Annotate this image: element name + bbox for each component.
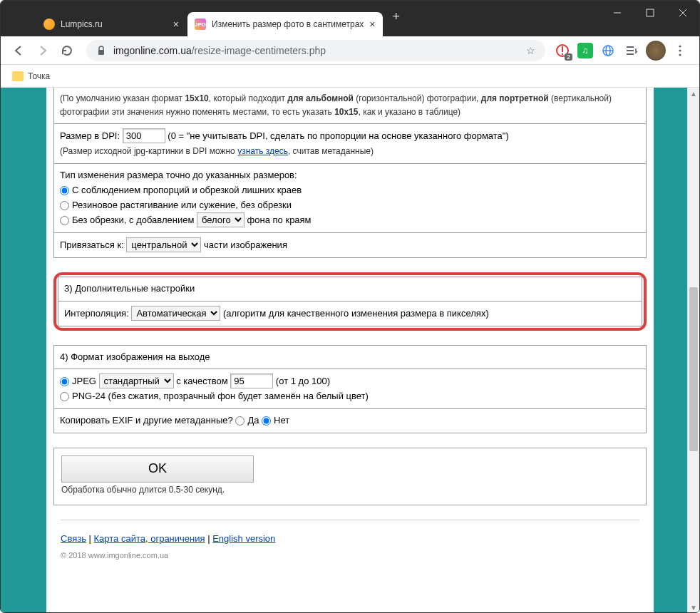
close-icon[interactable]: × (173, 19, 179, 30)
radio-png[interactable] (60, 392, 69, 401)
dpi-hint: (0 = "не учитывать DPI, сделать по пропо… (168, 130, 508, 141)
exif-label: Копировать EXIF и другие метаданные? (60, 415, 235, 426)
radio-crop[interactable] (60, 186, 69, 195)
favicon-imgonline: JPG (195, 19, 206, 30)
section4-title: 4) Формат изображения на выходе (54, 346, 646, 370)
radio-pad[interactable] (60, 216, 69, 225)
dpi-label: Размер в DPI: (60, 130, 123, 141)
reload-button[interactable] (56, 40, 78, 61)
interp-label: Интерполяция: (64, 308, 131, 319)
back-button[interactable] (8, 40, 29, 61)
resize-type-opt3[interactable]: Без обрезки, с добавлением (60, 215, 197, 225)
exif-no[interactable]: Нет (262, 415, 289, 426)
svg-rect-1 (647, 9, 654, 16)
folder-icon (12, 71, 24, 81)
extension-adblock[interactable]: 2 (555, 43, 570, 58)
bookmarks-bar: Точка (1, 65, 699, 88)
anchor-select[interactable]: центральной (126, 237, 201, 252)
scroll-thumb[interactable] (689, 287, 698, 451)
interp-select[interactable]: Автоматическая (131, 306, 220, 321)
page-viewport: (По умолчанию указан формат 15x10, котор… (1, 88, 699, 613)
jpeg-quality-input[interactable] (230, 374, 273, 388)
close-icon[interactable]: × (369, 19, 375, 30)
bookmark-star-icon[interactable]: ☆ (526, 45, 535, 56)
menu-button[interactable] (670, 41, 690, 61)
dpi-input[interactable] (123, 128, 165, 143)
anchor-label: Привязаться к: (60, 239, 126, 250)
sitemap-link[interactable]: Карта сайта, ограничения (94, 533, 205, 544)
section-additional: 3) Дополнительные настройки Интерполяция… (58, 277, 642, 326)
copyright: © 2018 www.imgonline.com.ua (53, 548, 647, 562)
url-text: imgonline.com.ua/resize-image-centimeter… (113, 45, 526, 56)
highlight-frame: 3) Дополнительные настройки Интерполяция… (53, 272, 647, 331)
browser-titlebar: Lumpics.ru × JPG Изменить размер фото в … (1, 1, 699, 36)
interp-row: Интерполяция: Автоматическая (алгоритм д… (58, 302, 642, 326)
profile-avatar[interactable] (646, 41, 666, 61)
resize-type-row: Тип изменения размера точно до указанных… (54, 164, 646, 233)
pad-color-select[interactable]: белого (197, 212, 245, 227)
radio-exif-yes[interactable] (235, 416, 245, 426)
scroll-up-button[interactable]: ▲ (688, 88, 699, 100)
close-window-button[interactable] (666, 1, 699, 25)
tab-title: Lumpics.ru (61, 19, 168, 29)
minimize-button[interactable] (601, 1, 634, 25)
browser-tabs: Lumpics.ru × JPG Изменить размер фото в … (1, 1, 601, 36)
browser-toolbar: imgonline.com.ua/resize-image-centimeter… (1, 36, 699, 65)
new-tab-button[interactable]: + (384, 9, 409, 24)
ok-button[interactable]: OK (61, 455, 254, 483)
resize-type-title: Тип изменения размера точно до указанных… (60, 170, 297, 180)
section-output-format: 4) Формат изображения на выходе JPEG ста… (53, 345, 647, 433)
browser-tab-active[interactable]: JPG Изменить размер фото в сантиметрах × (187, 12, 383, 36)
reading-list-icon[interactable] (622, 41, 642, 61)
dpi-learn-link[interactable]: узнать здесь (237, 146, 288, 156)
bookmark-folder[interactable]: Точка (12, 71, 50, 81)
exif-row: Копировать EXIF и другие метаданные? Да … (54, 409, 646, 433)
page-content: (По умолчанию указан формат 15x10, котор… (46, 88, 654, 613)
svg-point-12 (679, 45, 681, 47)
exif-yes[interactable]: Да (235, 415, 262, 426)
format-options-row: JPEG стандартный с качеством (от 1 до 10… (54, 369, 646, 409)
lock-icon (96, 46, 106, 56)
section-resize-params: (По умолчанию указан формат 15x10, котор… (53, 88, 647, 258)
forward-button[interactable] (32, 40, 53, 61)
interp-hint: (алгоритм для качественного изменения ра… (223, 308, 489, 319)
processing-note: Обработка обычно длится 0.5-30 секунд. (61, 485, 225, 495)
dpi-row: Размер в DPI: (0 = "не учитывать DPI, сд… (54, 124, 646, 164)
footer-links: Связь | Карта сайта, ограничения | Engli… (53, 520, 647, 548)
address-bar[interactable]: imgonline.com.ua/resize-image-centimeter… (86, 40, 545, 61)
english-link[interactable]: English version (212, 533, 275, 544)
radio-exif-no[interactable] (262, 416, 271, 426)
svg-rect-4 (98, 50, 104, 55)
format-hint: (По умолчанию указан формат 15x10, котор… (54, 88, 646, 124)
svg-point-14 (679, 53, 681, 56)
scroll-down-button[interactable]: ▼ (688, 602, 699, 613)
vertical-scrollbar[interactable]: ▲ ▼ (687, 88, 699, 613)
bookmark-label: Точка (28, 71, 50, 81)
tab-title: Изменить размер фото в сантиметрах (212, 19, 364, 29)
submit-section: OK Обработка обычно длится 0.5-30 секунд… (53, 448, 647, 505)
extension-badge: 2 (565, 53, 572, 61)
favicon-lumpics (43, 19, 55, 30)
maximize-button[interactable] (634, 1, 666, 25)
radio-jpeg[interactable] (60, 377, 69, 386)
window-controls (601, 1, 699, 25)
jpeg-mode-select[interactable]: стандартный (99, 374, 174, 388)
format-jpeg[interactable]: JPEG (60, 376, 99, 386)
format-png[interactable]: PNG-24 (без сжатия, прозрачный фон будет… (60, 391, 369, 401)
extension-music[interactable]: ♫ (577, 43, 593, 58)
resize-type-opt1[interactable]: С соблюдением пропорций и обрезкой лишни… (60, 185, 302, 195)
contact-link[interactable]: Связь (61, 533, 86, 544)
anchor-row: Привязаться к: центральной части изображ… (54, 233, 646, 257)
browser-tab-inactive[interactable]: Lumpics.ru × (36, 12, 186, 36)
radio-stretch[interactable] (60, 201, 69, 210)
svg-point-13 (679, 49, 681, 51)
section3-title: 3) Дополнительные настройки (58, 277, 642, 302)
extension-globe[interactable] (600, 43, 616, 58)
resize-type-opt2[interactable]: Резиновое растягивание или сужение, без … (60, 200, 292, 210)
